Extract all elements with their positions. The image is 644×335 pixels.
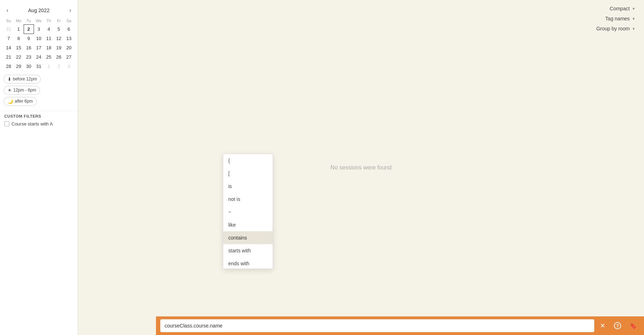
custom-filter-label: Course starts with A [11,121,53,127]
compact-arrow-icon: ▼ [632,7,635,11]
help-button[interactable]: ? [611,321,624,331]
calendar-day[interactable]: 1 [44,62,54,71]
tag-names-label: Tag names [605,16,630,21]
calendar-day[interactable]: 8 [14,34,24,43]
calendar-header: ‹ Aug 2022 › [0,4,78,18]
filter-operator-item[interactable]: contains [223,231,273,244]
calendar-day[interactable]: 1 [14,25,24,34]
filter-operator-item[interactable]: starts with [223,244,273,257]
filter-operator-item[interactable]: ~ [223,206,273,218]
group-by-room-arrow-icon: ▼ [632,27,635,31]
bottom-search-bar: ✕ ? 🔖 [156,316,644,335]
time-filters: ⬇ before 12pm ☀ 12pm - 6pm 🌙 after 6pm [0,71,78,111]
help-icon: ? [614,322,621,329]
calendar-day[interactable]: 31 [34,62,44,71]
compact-dropdown[interactable]: Compact ▼ [607,4,638,13]
before-12pm-label: before 12pm [13,77,37,82]
calendar-day[interactable]: 31 [4,25,14,34]
filter-operator-item[interactable]: { [223,154,273,167]
time-filter-12pm-6pm[interactable]: ☀ 12pm - 6pm [4,86,40,95]
calendar-day[interactable]: 3 [64,62,74,71]
calendar-day[interactable]: 18 [44,43,54,53]
calendar-day[interactable]: 30 [24,62,34,71]
calendar-day[interactable]: 24 [34,53,44,62]
calendar-day[interactable]: 3 [34,25,44,34]
group-by-room-dropdown[interactable]: Group by room ▼ [594,24,638,33]
calendar-month-label: Aug 2022 [28,8,50,13]
bookmark-button[interactable]: 🔖 [627,321,640,331]
calendar-day[interactable]: 15 [14,43,24,53]
calendar-day[interactable]: 17 [34,43,44,53]
top-controls: Compact ▼ Tag names ▼ Group by room ▼ [588,0,644,37]
calendar-day[interactable]: 4 [44,25,54,34]
group-by-room-label: Group by room [596,26,630,31]
calendar-grid: SuMoTuWeThFrSa 3112345678910111213141516… [0,18,78,71]
calendar-dow: Mo [14,18,24,25]
calendar-dow: We [34,18,44,25]
filter-dropdown-list: {[isnot is~likecontainsstarts withends w… [223,154,273,269]
filter-operator-item[interactable]: is [223,180,273,193]
calendar-prev-button[interactable]: ‹ [4,6,10,14]
sidebar: ‹ Aug 2022 › SuMoTuWeThFrSa 311234567891… [0,0,78,335]
no-sessions-message: No sessions were found [331,164,392,171]
time-filter-before-12pm[interactable]: ⬇ before 12pm [4,75,41,84]
12pm-6pm-icon: ☀ [8,88,12,93]
search-input[interactable] [160,319,594,332]
bookmark-icon: 🔖 [630,322,637,329]
calendar-day[interactable]: 12 [54,34,64,43]
tag-names-dropdown[interactable]: Tag names ▼ [602,14,638,23]
calendar-day[interactable]: 29 [14,62,24,71]
time-filter-after-6pm[interactable]: 🌙 after 6pm [4,97,37,106]
filter-operator-item[interactable]: ends with [223,257,273,269]
calendar-day[interactable]: 13 [64,34,74,43]
custom-filter-checkbox[interactable] [4,121,9,126]
calendar-dow: Sa [64,18,74,25]
calendar-dow: Fr [54,18,64,25]
close-button[interactable]: ✕ [597,320,608,331]
calendar-day[interactable]: 7 [4,34,14,43]
filter-operator-item[interactable]: not is [223,193,273,206]
calendar-dow: Tu [24,18,34,25]
main-area: Compact ▼ Tag names ▼ Group by room ▼ No… [78,0,644,335]
calendar-day[interactable]: 16 [24,43,34,53]
calendar-day[interactable]: 27 [64,53,74,62]
after-6pm-label: after 6pm [15,99,33,104]
tag-names-arrow-icon: ▼ [632,17,635,21]
custom-filter-item: Course starts with A [4,121,73,127]
calendar-day[interactable]: 19 [54,43,64,53]
calendar-dow: Su [4,18,14,25]
calendar-day[interactable]: 9 [24,34,34,43]
calendar-day[interactable]: 2 [54,62,64,71]
filter-operator-dropdown: {[isnot is~likecontainsstarts withends w… [223,154,273,269]
calendar-day[interactable]: 6 [64,25,74,34]
calendar-day[interactable]: 11 [44,34,54,43]
calendar-day[interactable]: 23 [24,53,34,62]
calendar-dow: Th [44,18,54,25]
custom-filters-title: CUSTOM FILTERS [4,114,73,118]
calendar-day[interactable]: 2 [24,25,34,34]
calendar-day[interactable]: 21 [4,53,14,62]
calendar-day[interactable]: 22 [14,53,24,62]
calendar-day[interactable]: 10 [34,34,44,43]
filter-operator-item[interactable]: [ [223,167,273,180]
before-12pm-icon: ⬇ [8,77,11,82]
calendar-day[interactable]: 5 [54,25,64,34]
filter-operator-item[interactable]: like [223,218,273,231]
compact-label: Compact [610,6,630,11]
close-icon: ✕ [600,322,605,330]
calendar-day[interactable]: 26 [54,53,64,62]
calendar-day[interactable]: 20 [64,43,74,53]
12pm-6pm-label: 12pm - 6pm [13,88,36,93]
after-6pm-icon: 🌙 [8,99,13,104]
calendar-day[interactable]: 25 [44,53,54,62]
calendar-next-button[interactable]: › [67,6,73,14]
calendar-day[interactable]: 14 [4,43,14,53]
custom-filters-section: CUSTOM FILTERS Course starts with A [0,111,78,129]
calendar-day[interactable]: 28 [4,62,14,71]
